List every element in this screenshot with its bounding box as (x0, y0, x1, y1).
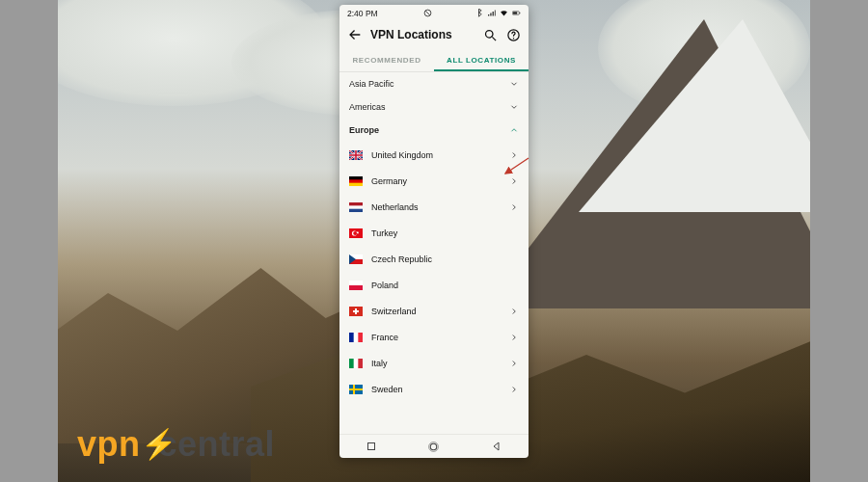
tab-all-locations[interactable]: ALL LOCATIONS (434, 48, 529, 71)
status-time: 2:40 PM (347, 9, 378, 18)
dnd-icon (423, 9, 432, 17)
vpncentral-watermark: vpn⚡central (77, 424, 275, 465)
frame-margin-right (810, 0, 868, 482)
nav-back-icon[interactable] (490, 440, 503, 453)
country-row-pl[interactable]: Poland (339, 272, 529, 298)
android-nav-bar (339, 434, 529, 458)
flag-it-icon (349, 359, 363, 368)
chevron-right-icon (509, 307, 519, 316)
chevron-down-icon (509, 102, 519, 112)
app-bar: VPN Locations (339, 21, 529, 48)
svg-point-11 (431, 443, 438, 450)
svg-rect-5 (513, 12, 517, 13)
region-europe[interactable]: Europe (339, 119, 529, 142)
country-label: France (371, 333, 398, 342)
country-label: Czech Republic (371, 254, 432, 264)
nav-home-icon[interactable] (427, 440, 441, 453)
flag-de-icon (349, 176, 363, 186)
search-icon[interactable] (482, 27, 498, 42)
country-row-tr[interactable]: Turkey (339, 220, 529, 246)
flag-gb-icon (349, 150, 363, 160)
phone-frame: 2:40 PM VPN Locations RE (339, 5, 529, 458)
country-row-gb[interactable]: United Kingdom (339, 142, 529, 168)
flag-pl-icon (349, 281, 363, 290)
tabs: RECOMMENDED ALL LOCATIONS (339, 48, 529, 72)
signal-icon (487, 9, 496, 17)
country-row-cz[interactable]: Czech Republic (339, 246, 529, 272)
svg-line-7 (492, 37, 496, 40)
bolt-icon: ⚡ (141, 427, 158, 461)
svg-rect-10 (367, 443, 374, 450)
chevron-right-icon (509, 333, 519, 342)
country-row-nl[interactable]: Netherlands (339, 194, 529, 220)
country-label: Italy (371, 359, 388, 368)
region-asia-pacific[interactable]: Asia Pacific (339, 72, 529, 95)
country-label: Sweden (371, 385, 403, 394)
chevron-right-icon (509, 202, 519, 212)
tab-recommended[interactable]: RECOMMENDED (339, 48, 434, 71)
country-label: Germany (371, 176, 407, 186)
country-label: Poland (371, 281, 398, 290)
country-row-de[interactable]: Germany (339, 168, 529, 194)
country-row-fr[interactable]: France (339, 324, 529, 350)
back-icon[interactable] (347, 27, 363, 42)
svg-point-9 (512, 37, 514, 39)
flag-fr-icon (349, 333, 363, 342)
country-row-se[interactable]: Sweden (339, 376, 529, 402)
page-title: VPN Locations (370, 28, 475, 41)
country-label: United Kingdom (371, 150, 433, 160)
svg-point-6 (485, 30, 493, 38)
chevron-down-icon (509, 79, 519, 89)
region-label: Asia Pacific (349, 79, 394, 89)
flag-se-icon (349, 385, 363, 394)
battery-icon (512, 9, 521, 17)
flag-nl-icon (349, 202, 363, 212)
country-row-it[interactable]: Italy (339, 350, 529, 376)
chevron-right-icon (509, 385, 519, 394)
flag-tr-icon (349, 228, 363, 238)
chevron-up-icon (509, 125, 519, 135)
country-label: Netherlands (371, 202, 419, 212)
nav-recents-icon[interactable] (365, 440, 378, 453)
status-bar: 2:40 PM (339, 5, 529, 21)
country-label: Switzerland (371, 307, 417, 316)
chevron-right-icon (509, 176, 519, 186)
country-row-ch[interactable]: Switzerland (339, 298, 529, 324)
chevron-right-icon (509, 359, 519, 368)
locations-list: Asia Pacific Americas Europe United King… (339, 72, 529, 434)
country-label: Turkey (371, 228, 397, 238)
bluetooth-icon (475, 9, 483, 17)
frame-margin-left (0, 0, 58, 482)
help-icon[interactable] (505, 27, 521, 42)
flag-cz-icon (349, 254, 363, 264)
svg-rect-4 (520, 13, 521, 13)
svg-line-2 (425, 11, 430, 15)
flag-ch-icon (349, 307, 363, 316)
chevron-right-icon (509, 150, 519, 160)
region-americas[interactable]: Americas (339, 95, 529, 119)
region-label: Europe (349, 125, 379, 135)
region-label: Americas (349, 102, 386, 112)
wifi-icon (500, 9, 508, 17)
